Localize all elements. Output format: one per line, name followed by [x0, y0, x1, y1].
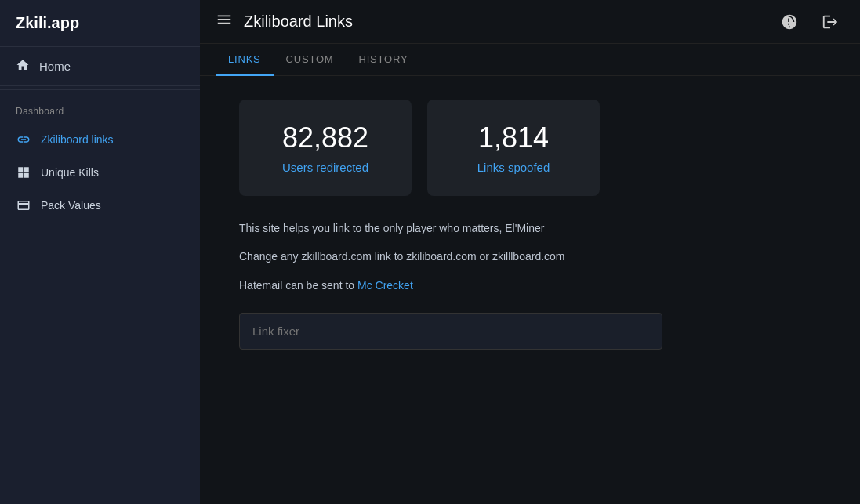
sidebar-item-zkiliboard-links-label: Zkiliboard links: [41, 133, 114, 146]
link-icon: [16, 132, 31, 147]
sidebar-item-pack-values[interactable]: Pack Values: [0, 189, 200, 222]
sidebar-item-pack-values-label: Pack Values: [41, 199, 101, 212]
grid-icon: [16, 165, 31, 180]
hatemail-link[interactable]: Mc Crecket: [357, 279, 413, 292]
users-redirected-number: 82,882: [282, 121, 368, 154]
sidebar-section-label: Dashboard: [0, 93, 200, 123]
users-redirected-label: Users redirected: [282, 161, 368, 174]
page-title: Zkiliboard Links: [244, 13, 764, 31]
stats-row: 82,882 Users redirected 1,814 Links spoo…: [239, 100, 821, 196]
stat-card-users-redirected: 82,882 Users redirected: [239, 100, 412, 196]
description-1: This site helps you link to the only pla…: [239, 219, 821, 237]
tab-history[interactable]: HISTORY: [346, 44, 420, 76]
sidebar-item-zkiliboard-links[interactable]: Zkiliboard links: [0, 123, 200, 156]
home-icon: [16, 58, 30, 74]
description-1-text: This site helps you link to the only pla…: [239, 222, 544, 234]
links-spoofed-number: 1,814: [478, 121, 549, 154]
tab-links[interactable]: LINKS: [216, 44, 274, 76]
sidebar-item-unique-kills-label: Unique Kills: [41, 166, 99, 179]
sidebar: Zkili.app Home Dashboard Zkiliboard link…: [0, 0, 200, 504]
sidebar-item-home[interactable]: Home: [0, 47, 200, 86]
link-fixer-input[interactable]: [239, 313, 662, 350]
sidebar-divider: [0, 89, 200, 90]
sidebar-item-unique-kills[interactable]: Unique Kills: [0, 156, 200, 189]
card-icon: [16, 198, 31, 213]
header-icons: [775, 8, 844, 36]
header: Zkiliboard Links: [200, 0, 860, 44]
app-logo: Zkili.app: [0, 0, 200, 47]
tabs: LINKS CUSTOM HISTORY: [200, 44, 860, 76]
links-spoofed-label: Links spoofed: [477, 161, 550, 174]
description-3: Hatemail can be sent to Mc Crecket: [239, 277, 821, 294]
description-2-text: Change any zkillboard.com link to zkilib…: [239, 250, 565, 263]
description-3-prefix: Hatemail can be sent to: [239, 279, 357, 292]
description-2: Change any zkillboard.com link to zkilib…: [239, 248, 821, 265]
content-area: 82,882 Users redirected 1,814 Links spoo…: [200, 76, 860, 504]
main-content: Zkiliboard Links LINKS CUSTOM HISTORY 82…: [200, 0, 860, 504]
target-icon[interactable]: [775, 8, 804, 36]
menu-icon[interactable]: [216, 11, 233, 32]
stat-card-links-spoofed: 1,814 Links spoofed: [427, 100, 600, 196]
sidebar-home-label: Home: [39, 60, 71, 73]
logout-icon[interactable]: [816, 8, 844, 36]
tab-custom[interactable]: CUSTOM: [274, 44, 347, 76]
